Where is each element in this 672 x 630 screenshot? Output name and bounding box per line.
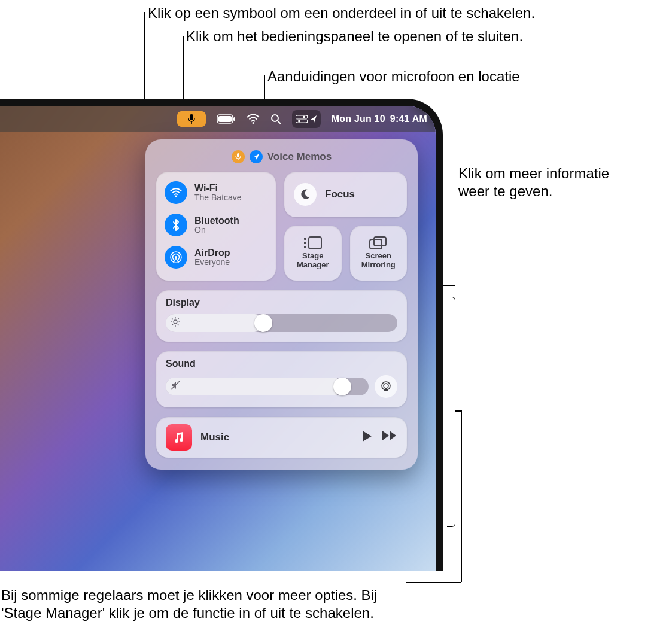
callout-more-info-line2: weer te geven. — [458, 182, 552, 200]
control-center-panel: Voice Memos Wi-Fi The Batcave — [145, 139, 418, 470]
focus-toggle[interactable]: Focus — [284, 172, 407, 217]
display-label: Display — [166, 297, 397, 308]
callout-bottom-line2: 'Stage Manager' klik je om de functie in… — [1, 604, 374, 622]
svg-rect-20 — [304, 246, 306, 248]
voice-memo-pill[interactable] — [177, 106, 206, 132]
svg-point-5 — [252, 122, 254, 124]
svg-rect-1 — [191, 121, 192, 124]
svg-rect-22 — [370, 239, 382, 249]
menubar-date: Mon Jun 10 — [332, 114, 385, 124]
wifi-toggle[interactable]: Wi-Fi The Batcave — [163, 178, 269, 208]
svg-line-30 — [178, 324, 179, 325]
sun-icon — [171, 317, 180, 329]
control-center-icon — [296, 115, 308, 123]
svg-point-11 — [298, 120, 300, 123]
wifi-icon — [165, 181, 187, 204]
svg-rect-4 — [233, 117, 235, 121]
svg-point-35 — [384, 384, 388, 388]
svg-rect-21 — [309, 237, 321, 249]
screen-mirroring-button[interactable]: ScreenMirroring — [350, 226, 408, 281]
callout-open-cc: Klik om het bedieningspaneel te openen o… — [186, 27, 523, 45]
sound-card: Sound — [156, 351, 407, 407]
next-track-button[interactable] — [382, 430, 397, 445]
bluetooth-icon — [165, 214, 187, 236]
device-frame: Mon Jun 10 9:41 AM Voice Memos — [0, 99, 443, 571]
now-playing-card[interactable]: Music — [156, 417, 407, 458]
wifi-subtitle: The Batcave — [194, 193, 242, 202]
airdrop-icon — [165, 246, 187, 269]
display-card: Display — [156, 290, 407, 342]
svg-line-29 — [172, 318, 173, 319]
screen-mirroring-icon — [369, 236, 387, 249]
svg-rect-8 — [296, 115, 308, 118]
play-icon — [361, 430, 372, 442]
svg-rect-23 — [374, 237, 386, 246]
callout-bottom-line1: Bij sommige regelaars moet je klikken vo… — [1, 586, 377, 604]
media-app-label: Music — [200, 431, 353, 443]
airdrop-toggle[interactable]: AirDrop Everyone — [163, 242, 269, 272]
svg-rect-10 — [296, 120, 308, 123]
focus-label: Focus — [325, 188, 355, 200]
svg-rect-19 — [304, 242, 306, 244]
menubar-time: 9:41 AM — [390, 114, 427, 124]
svg-rect-13 — [238, 159, 238, 160]
callout-indicators: Aanduidingen voor microfoon en locatie — [267, 67, 520, 86]
privacy-app-name: Voice Memos — [267, 151, 332, 163]
svg-rect-12 — [237, 153, 239, 157]
brightness-slider[interactable] — [166, 314, 397, 332]
privacy-indicator-row[interactable]: Voice Memos — [156, 150, 407, 163]
stage-label-1: Stage — [302, 251, 323, 260]
microphone-icon — [187, 114, 196, 124]
svg-line-32 — [178, 318, 179, 319]
sound-label: Sound — [166, 358, 397, 369]
location-indicator-icon — [250, 150, 263, 163]
stage-manager-icon — [304, 236, 322, 249]
mute-icon — [171, 381, 180, 392]
callout-more-info-line1: Klik om meer informatie — [458, 164, 609, 182]
microphone-indicator-icon — [232, 150, 245, 163]
mirror-label-1: Screen — [366, 251, 391, 260]
moon-icon — [294, 183, 317, 206]
bluetooth-subtitle: On — [194, 226, 239, 235]
wifi-title: Wi-Fi — [194, 183, 242, 194]
spotlight-icon[interactable] — [270, 106, 281, 132]
play-button[interactable] — [361, 430, 372, 445]
mirror-label-2: Mirroring — [361, 260, 396, 269]
bluetooth-title: Bluetooth — [194, 215, 239, 226]
stage-label-2: Manager — [297, 260, 329, 269]
menubar-clock[interactable]: Mon Jun 10 9:41 AM — [332, 106, 427, 132]
volume-slider[interactable] — [166, 378, 369, 395]
svg-line-31 — [172, 324, 173, 325]
stage-manager-toggle[interactable]: StageManager — [284, 226, 342, 281]
svg-point-6 — [272, 115, 278, 121]
svg-point-24 — [174, 320, 177, 324]
airdrop-title: AirDrop — [194, 248, 230, 258]
wifi-icon[interactable] — [247, 106, 260, 132]
svg-point-9 — [303, 116, 305, 118]
svg-rect-18 — [304, 238, 306, 240]
connectivity-card: Wi-Fi The Batcave Bluetooth On — [156, 172, 276, 281]
airdrop-subtitle: Everyone — [194, 258, 230, 267]
location-indicator-icon — [310, 115, 317, 123]
callout-toggle: Klik op een symbool om een onderdeel in … — [148, 4, 535, 22]
control-center-menubar-button[interactable] — [292, 110, 321, 128]
svg-rect-3 — [218, 116, 232, 122]
forward-icon — [382, 430, 397, 441]
bluetooth-toggle[interactable]: Bluetooth On — [163, 210, 269, 240]
menu-bar: Mon Jun 10 9:41 AM — [0, 106, 436, 132]
svg-rect-0 — [190, 114, 193, 120]
music-app-icon — [166, 424, 192, 451]
airplay-icon — [380, 381, 392, 392]
airplay-audio-button[interactable] — [375, 375, 397, 398]
svg-point-14 — [175, 196, 177, 197]
battery-icon[interactable] — [217, 106, 236, 132]
svg-line-7 — [278, 121, 281, 124]
